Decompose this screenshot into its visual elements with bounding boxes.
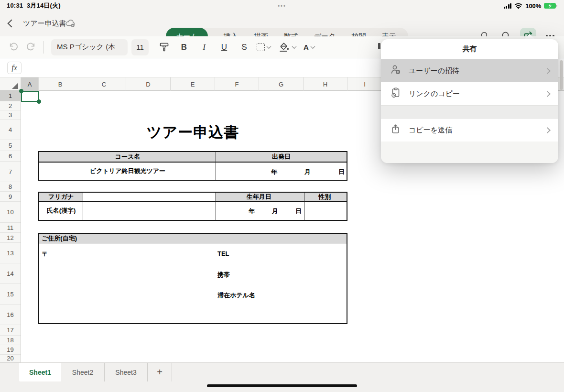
- vertical-scrollbar[interactable]: [560, 60, 563, 90]
- row-header-1[interactable]: 1: [0, 91, 21, 101]
- title-bar: ツアー申込書 ホーム 挿入 描画 数式 データ 校閲 表示: [0, 11, 564, 36]
- selected-cell-a1[interactable]: [21, 91, 39, 102]
- gender-header-cell: 性別: [303, 193, 347, 201]
- redo-icon[interactable]: [22, 39, 39, 56]
- day-label: 日: [338, 168, 345, 176]
- course-name-header-cell: コース名: [39, 152, 216, 162]
- row-header-10[interactable]: 10: [0, 202, 21, 223]
- birthdate-header-cell: 生年月日: [215, 193, 303, 201]
- wifi-icon: [514, 3, 522, 9]
- furigana-header-cell: フリガナ: [39, 193, 83, 201]
- home-indicator[interactable]: [207, 384, 357, 387]
- back-icon[interactable]: [8, 20, 16, 28]
- underline-button[interactable]: U: [216, 39, 233, 56]
- add-sheet-button[interactable]: +: [147, 363, 172, 381]
- course-table: コース名 出発日 ビクトリア終日観光ツアー 年 月 日: [38, 151, 347, 181]
- person-add-icon: [390, 64, 402, 78]
- month-label: 月: [304, 168, 311, 176]
- address-table: ご住所(自宅) 〒 TEL 携帯 滞在ホテル名: [38, 233, 347, 324]
- fill-bucket-icon: [278, 41, 290, 53]
- cloud-saved-icon: [65, 19, 76, 30]
- sheet-tab-sheet3[interactable]: Sheet3: [104, 363, 147, 381]
- row-header-3[interactable]: 3: [0, 110, 21, 120]
- status-bar: 10:31 3月14日(火) ••• 100%: [0, 0, 564, 11]
- clipped-toolbar-icon: [378, 43, 380, 49]
- font-color-button[interactable]: A: [304, 39, 315, 56]
- column-header-f[interactable]: F: [215, 77, 259, 91]
- sheet-tab-bar: Sheet1 Sheet2 Sheet3 +: [0, 362, 564, 381]
- row-header-16[interactable]: 16: [0, 305, 21, 325]
- fill-color-button[interactable]: [278, 39, 296, 56]
- chevron-down-icon: [292, 44, 297, 49]
- row-header-12[interactable]: 12: [0, 233, 21, 243]
- row-header-4[interactable]: 4: [0, 120, 21, 140]
- borders-button[interactable]: [257, 39, 271, 56]
- invite-users-label: ユーザーの招待: [409, 66, 545, 76]
- mobile-label: 携帯: [217, 271, 230, 279]
- column-header-b[interactable]: B: [39, 77, 82, 91]
- column-header-e[interactable]: E: [171, 77, 215, 91]
- row-header-6[interactable]: 6: [0, 151, 21, 162]
- font-name-select[interactable]: MS Pゴシック (本: [51, 39, 128, 55]
- person-table: フリガナ 生年月日 性別 氏名(漢字) 年 月 日: [38, 192, 347, 221]
- popover-section-gap: [381, 105, 558, 119]
- row-header-17[interactable]: 17: [0, 325, 21, 336]
- address-header-cell: ご住所(自宅): [39, 234, 347, 243]
- italic-button[interactable]: I: [195, 39, 213, 56]
- font-color-icon: A: [304, 43, 309, 52]
- bottom-bar: [0, 381, 564, 392]
- row-header-18[interactable]: 18: [0, 336, 21, 345]
- row-header-14[interactable]: 14: [0, 263, 21, 284]
- course-name-value-cell: ビクトリア終日観光ツアー: [39, 163, 216, 180]
- battery-percent: 100%: [525, 2, 541, 10]
- row-header-5[interactable]: 5: [0, 140, 21, 151]
- sheet-tab-sheet2[interactable]: Sheet2: [61, 363, 104, 381]
- selection-handle-top-left[interactable]: [19, 89, 23, 93]
- chevron-down-icon: [310, 44, 315, 49]
- tel-label: TEL: [217, 250, 229, 257]
- table-divider: [83, 193, 83, 220]
- row-header-20[interactable]: 20: [0, 355, 21, 362]
- column-header-g[interactable]: G: [259, 77, 304, 91]
- column-header-h[interactable]: H: [304, 77, 347, 91]
- document-title[interactable]: ツアー申込書: [23, 19, 66, 28]
- sheet-tab-sheet1[interactable]: Sheet1: [19, 363, 61, 381]
- copy-link-item[interactable]: リンクのコピー: [381, 82, 558, 105]
- font-size-select[interactable]: 11: [131, 39, 149, 55]
- strikethrough-button[interactable]: S: [236, 39, 253, 56]
- row-header-2[interactable]: 2: [0, 101, 21, 110]
- column-header-c[interactable]: C: [82, 77, 126, 91]
- table-divider: [216, 152, 216, 180]
- toolbar-divider: [43, 41, 43, 54]
- column-header-i[interactable]: I: [347, 77, 382, 91]
- send-copy-item[interactable]: コピーを送信: [381, 119, 558, 142]
- bold-button[interactable]: B: [175, 39, 193, 56]
- row-header-8[interactable]: 8: [0, 182, 21, 192]
- copy-link-icon: [390, 87, 402, 101]
- row-header-9[interactable]: 9: [0, 192, 21, 202]
- row-header-7[interactable]: 7: [0, 162, 21, 182]
- send-copy-label: コピーを送信: [409, 126, 545, 135]
- row-header-19[interactable]: 19: [0, 345, 21, 355]
- borders-icon: [257, 43, 265, 51]
- furigana-input-cell: [83, 193, 215, 201]
- status-indicators: 100%: [504, 2, 557, 10]
- row-header-15[interactable]: 15: [0, 284, 21, 305]
- month-label: 月: [272, 207, 278, 216]
- send-copy-icon: [390, 123, 402, 137]
- invite-users-item[interactable]: ユーザーの招待: [381, 59, 558, 82]
- row-header-11[interactable]: 11: [0, 223, 21, 233]
- excel-ipad-app: 10:31 3月14日(火) ••• 100% ツアー申込書: [0, 0, 564, 392]
- column-header-d[interactable]: D: [126, 77, 171, 91]
- hotel-label: 滞在ホテル名: [217, 291, 255, 300]
- chevron-right-icon: [544, 127, 551, 133]
- undo-icon[interactable]: [5, 39, 22, 56]
- row-header-13[interactable]: 13: [0, 243, 21, 263]
- column-header-a[interactable]: A: [21, 77, 39, 91]
- format-painter-icon[interactable]: [155, 39, 173, 56]
- year-label: 年: [271, 168, 277, 176]
- fx-button[interactable]: fx: [7, 62, 22, 74]
- selection-handle-bottom-right[interactable]: [37, 99, 41, 104]
- departure-date-header-cell: 出発日: [216, 152, 347, 162]
- select-all-corner[interactable]: [0, 77, 21, 91]
